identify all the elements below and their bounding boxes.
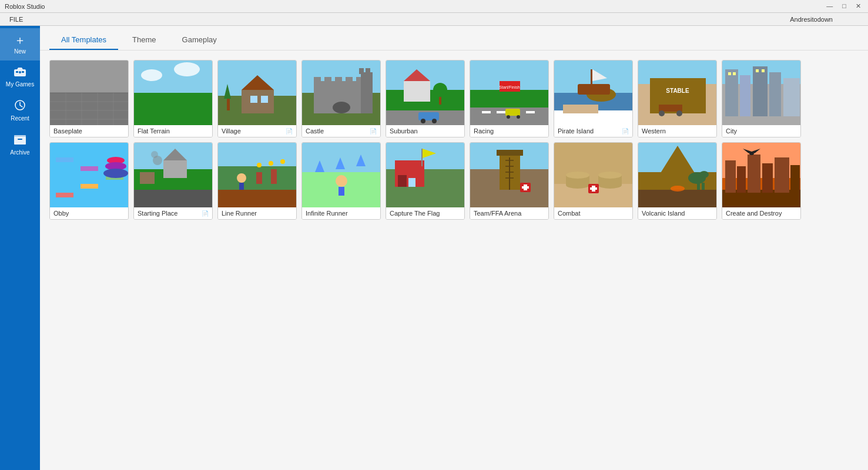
svg-rect-82 bbox=[753, 66, 768, 116]
tab-all-templates[interactable]: All Templates bbox=[49, 31, 118, 50]
book-icon-castle: 📄 bbox=[370, 128, 377, 135]
thumb-western: STABLE bbox=[638, 61, 717, 125]
tab-gameplay[interactable]: Gameplay bbox=[170, 31, 229, 50]
svg-rect-39 bbox=[361, 72, 373, 113]
svg-rect-33 bbox=[314, 77, 321, 83]
svg-rect-47 bbox=[418, 112, 439, 120]
template-card-village[interactable]: Village 📄 bbox=[217, 60, 297, 137]
template-card-suburban[interactable]: Suburban bbox=[386, 60, 465, 137]
svg-point-76 bbox=[659, 110, 665, 116]
template-card-capture-flag[interactable]: Capture The Flag bbox=[386, 142, 465, 220]
thumb-create-destroy bbox=[722, 143, 801, 207]
app-title: Roblox Studio bbox=[5, 3, 45, 10]
user-display: Andresitodown bbox=[790, 13, 833, 26]
template-card-infinite-runner[interactable]: Infinite Runner bbox=[301, 142, 381, 220]
my-games-icon bbox=[14, 66, 26, 79]
svg-rect-93 bbox=[81, 166, 98, 171]
svg-rect-66 bbox=[563, 105, 598, 113]
svg-rect-169 bbox=[775, 157, 789, 193]
svg-rect-122 bbox=[339, 187, 344, 196]
template-label-line-runner: Line Runner bbox=[218, 207, 296, 219]
recent-label: Recent bbox=[11, 115, 29, 122]
svg-point-3 bbox=[19, 71, 21, 73]
sidebar-item-my-games[interactable]: My Games bbox=[0, 61, 40, 93]
svg-rect-101 bbox=[163, 160, 187, 178]
template-card-combat[interactable]: Combat bbox=[554, 142, 633, 220]
svg-point-114 bbox=[269, 161, 273, 166]
svg-rect-88 bbox=[762, 69, 765, 72]
book-icon-village: 📄 bbox=[286, 128, 293, 135]
template-label-capture-flag: Capture The Flag bbox=[386, 207, 464, 219]
template-card-city[interactable]: City bbox=[722, 60, 801, 137]
svg-rect-152 bbox=[590, 187, 597, 190]
svg-rect-41 bbox=[366, 68, 370, 74]
template-card-racing[interactable]: Start/Finish Racing bbox=[470, 60, 549, 137]
svg-rect-106 bbox=[218, 143, 297, 166]
svg-point-158 bbox=[699, 171, 709, 178]
thumb-infinite-runner bbox=[302, 143, 381, 207]
svg-rect-94 bbox=[56, 157, 73, 162]
recent-icon bbox=[14, 99, 26, 113]
sidebar-item-recent[interactable]: Recent bbox=[0, 93, 40, 127]
thumb-starting-place bbox=[134, 143, 213, 207]
template-card-volcanic-island[interactable]: Volcanic Island bbox=[638, 142, 717, 220]
svg-rect-141 bbox=[522, 186, 529, 189]
minimize-button[interactable]: — bbox=[824, 2, 835, 10]
window-controls: — □ ✕ bbox=[824, 2, 863, 10]
template-card-starting-place[interactable]: Starting Place 📄 bbox=[133, 142, 213, 220]
thumb-pirate-island bbox=[554, 61, 633, 125]
maximize-button[interactable]: □ bbox=[840, 2, 849, 10]
svg-point-113 bbox=[257, 163, 262, 167]
template-card-western[interactable]: STABLE Western bbox=[638, 60, 717, 137]
svg-rect-35 bbox=[335, 77, 342, 83]
svg-rect-26 bbox=[250, 96, 257, 103]
svg-rect-69 bbox=[591, 69, 592, 86]
book-icon-pirate: 📄 bbox=[622, 128, 629, 135]
new-label: New bbox=[14, 48, 26, 55]
svg-rect-58 bbox=[497, 111, 505, 113]
thumb-obby bbox=[50, 143, 129, 207]
thumb-city bbox=[722, 61, 801, 125]
title-bar: Roblox Studio — □ ✕ bbox=[0, 0, 868, 13]
svg-rect-166 bbox=[737, 166, 746, 193]
sidebar: ＋ New My Games Recent bbox=[0, 26, 40, 470]
template-card-obby[interactable]: Obby bbox=[49, 142, 129, 220]
menu-bar: FILE Andresitodown bbox=[0, 13, 868, 26]
template-card-baseplate[interactable]: Baseplate bbox=[49, 60, 129, 137]
sidebar-item-archive[interactable]: Archive bbox=[0, 127, 40, 162]
template-label-suburban: Suburban bbox=[386, 125, 464, 137]
template-card-team-ffa[interactable]: Team/FFA Arena bbox=[470, 142, 549, 220]
svg-rect-28 bbox=[227, 99, 230, 110]
template-label-pirate-island: Pirate Island 📄 bbox=[554, 125, 632, 137]
svg-rect-7 bbox=[18, 139, 22, 140]
svg-point-109 bbox=[237, 173, 246, 183]
template-label-village: Village 📄 bbox=[218, 125, 296, 137]
template-card-pirate-island[interactable]: Pirate Island 📄 bbox=[554, 60, 633, 137]
tab-theme[interactable]: Theme bbox=[120, 31, 167, 50]
template-card-flat-terrain[interactable]: Flat Terrain bbox=[133, 60, 213, 137]
svg-point-51 bbox=[433, 83, 447, 97]
my-games-label: My Games bbox=[6, 81, 34, 88]
template-card-create-destroy[interactable]: Create and Destroy bbox=[722, 142, 801, 220]
svg-rect-91 bbox=[81, 184, 98, 189]
svg-rect-90 bbox=[56, 193, 73, 197]
svg-text:Start/Finish: Start/Finish bbox=[499, 85, 520, 89]
template-label-team-ffa: Team/FFA Arena bbox=[470, 207, 548, 219]
svg-rect-1 bbox=[16, 71, 18, 73]
sidebar-item-new[interactable]: ＋ New bbox=[0, 28, 40, 61]
file-menu[interactable]: FILE bbox=[5, 15, 28, 24]
template-grid: Baseplate Flat Terrain bbox=[40, 51, 868, 470]
svg-rect-170 bbox=[790, 165, 800, 193]
thumb-baseplate bbox=[50, 61, 129, 125]
tabs-bar: All Templates Theme Gameplay bbox=[40, 26, 868, 51]
template-card-castle[interactable]: Castle 📄 bbox=[301, 60, 381, 137]
svg-rect-19 bbox=[134, 93, 213, 125]
svg-point-62 bbox=[507, 115, 510, 119]
close-button[interactable]: ✕ bbox=[853, 2, 863, 10]
svg-rect-2 bbox=[22, 71, 24, 73]
content-area: All Templates Theme Gameplay bbox=[40, 26, 868, 470]
template-card-line-runner[interactable]: Line Runner bbox=[217, 142, 297, 220]
svg-point-48 bbox=[421, 119, 425, 123]
svg-rect-155 bbox=[638, 190, 717, 207]
svg-rect-87 bbox=[756, 69, 759, 72]
